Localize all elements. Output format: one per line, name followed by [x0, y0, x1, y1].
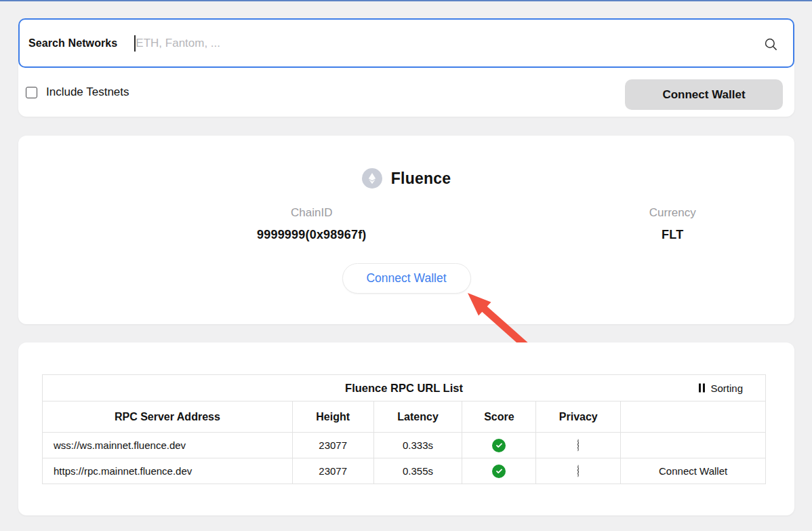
chain-id-label: ChainID	[257, 206, 367, 220]
search-label: Search Networks	[28, 37, 117, 50]
rpc-score	[462, 458, 536, 484]
search-card: Search Networks Include Testnets Connect…	[18, 18, 794, 117]
connect-wallet-button[interactable]: Connect Wallet	[625, 79, 783, 110]
search-box[interactable]: Search Networks	[18, 18, 794, 68]
currency-block: Currency FLT	[649, 206, 696, 242]
column-header-height: Height	[292, 401, 373, 433]
currency-label: Currency	[649, 206, 696, 220]
column-header-privacy: Privacy	[536, 401, 621, 433]
dashed-circle-icon	[577, 439, 579, 452]
column-header-score: Score	[462, 401, 536, 433]
rpc-address: https://rpc.mainnet.fluence.dev	[43, 458, 293, 484]
search-input[interactable]	[136, 37, 793, 50]
chain-id-block: ChainID 9999999(0x98967f)	[257, 206, 367, 242]
rpc-connect-wallet[interactable]: Connect Wallet	[621, 458, 766, 484]
rpc-privacy	[536, 458, 621, 484]
rpc-list-card: Fluence RPC URL List Sorting RPC Server …	[18, 342, 794, 515]
ethereum-diamond-icon	[362, 168, 382, 189]
network-name: Fluence	[391, 170, 451, 188]
include-testnets-label: Include Testnets	[46, 85, 129, 99]
column-header-action	[621, 401, 766, 433]
rpc-action	[621, 433, 766, 458]
table-row: wss://ws.mainnet.fluence.dev 23077 0.333…	[43, 433, 766, 458]
chain-id-value: 9999999(0x98967f)	[257, 228, 367, 242]
include-testnets-checkbox[interactable]	[26, 87, 37, 98]
currency-value: FLT	[649, 228, 696, 242]
toolbar-row: Include Testnets Connect Wallet	[18, 68, 794, 117]
rpc-address: wss://ws.mainnet.fluence.dev	[43, 433, 293, 458]
rpc-latency: 0.333s	[373, 433, 462, 458]
rpc-latency: 0.355s	[373, 458, 462, 484]
dashed-circle-icon	[577, 465, 579, 477]
sorting-toggle[interactable]: Sorting	[699, 382, 743, 394]
table-row: https://rpc.mainnet.fluence.dev 23077 0.…	[43, 458, 766, 484]
rpc-table-title-row: Fluence RPC URL List Sorting	[43, 375, 766, 401]
window-top-edge	[0, 0, 812, 1]
rpc-table: Fluence RPC URL List Sorting RPC Server …	[42, 374, 766, 484]
rpc-height: 23077	[292, 458, 373, 484]
network-header: Fluence	[18, 168, 794, 189]
rpc-privacy	[536, 433, 621, 458]
green-check-icon	[492, 465, 506, 478]
rpc-header-row: RPC Server Address Height Latency Score …	[43, 401, 766, 433]
green-check-icon	[492, 439, 506, 452]
search-icon[interactable]	[764, 37, 778, 52]
rpc-table-title: Fluence RPC URL List	[345, 382, 463, 394]
network-connect-wallet-button[interactable]: Connect Wallet	[342, 263, 471, 294]
column-header-latency: Latency	[373, 401, 462, 433]
column-header-address: RPC Server Address	[43, 401, 293, 433]
sorting-label: Sorting	[710, 382, 743, 394]
rpc-height: 23077	[292, 433, 373, 458]
rpc-score	[462, 433, 536, 458]
network-card: Fluence ChainID 9999999(0x98967f) Curren…	[18, 136, 794, 324]
pause-icon	[699, 384, 706, 393]
